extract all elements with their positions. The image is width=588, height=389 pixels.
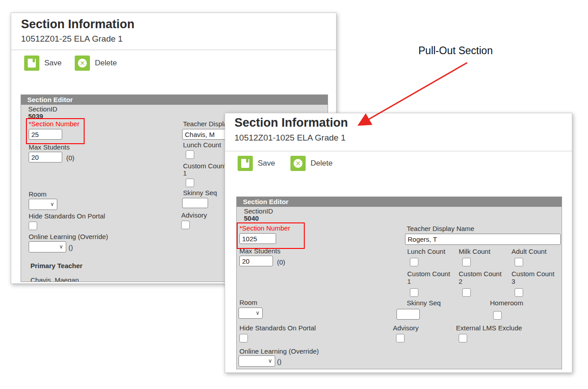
lunch-count-checkbox[interactable] (186, 150, 194, 159)
max-students-input[interactable] (239, 256, 273, 266)
homeroom-checkbox[interactable] (493, 311, 502, 320)
max-students-note: (0) (66, 154, 74, 162)
skinny-seq-input[interactable] (396, 309, 420, 320)
section-number-label: *Section Number (29, 120, 79, 128)
custom-count-2-number: 2 (459, 278, 462, 285)
chevron-down-icon: ∨ (50, 200, 54, 208)
section-editor-header: Section Editor (21, 95, 328, 105)
homeroom-label: Homeroom (490, 299, 523, 307)
floppy-disk-icon (28, 59, 36, 68)
primary-teacher-label: Primary Teacher (30, 262, 82, 269)
delete-button[interactable]: Delete (75, 56, 117, 71)
adult-count-checkbox[interactable] (515, 258, 523, 266)
chevron-down-icon: ∨ (268, 357, 272, 365)
primary-teacher-value: Chavis, Maegan (30, 277, 79, 282)
custom-count-3-checkbox[interactable] (515, 288, 523, 297)
online-learning-label: Online Learning (Override) (29, 233, 108, 240)
custom-count-2-label: Custom Count (459, 270, 502, 278)
window-front: Section Information 10512Z01-1025 ELA Gr… (225, 113, 572, 373)
custom-count-1-checkbox[interactable] (410, 288, 418, 297)
online-learning-label: Online Learning (Override) (239, 348, 319, 355)
hide-standards-checkbox[interactable] (29, 222, 37, 230)
delete-button[interactable]: Delete (290, 156, 332, 171)
pull-out-section-callout: Pull-Out Section (418, 45, 493, 57)
max-students-input[interactable] (29, 152, 62, 162)
custom-count-checkbox[interactable] (186, 179, 194, 187)
section-editor-front: Section Editor SectionID 5040 *Section N… (236, 197, 562, 369)
section-editor-header: Section Editor (237, 197, 562, 207)
page-subtitle: 10512Z01-1025 ELA Grade 1 (234, 133, 345, 143)
online-learning-select[interactable]: ∨ (239, 355, 275, 367)
max-students-note: (0) (277, 258, 285, 266)
online-learning-note: () (68, 244, 73, 251)
lunch-count-checkbox[interactable] (410, 258, 418, 266)
hide-standards-label: Hide Standards On Portal (29, 213, 105, 220)
skinny-seq-label: Skinny Seq (407, 299, 441, 307)
save-icon (238, 156, 253, 171)
delete-button-label: Delete (311, 159, 332, 168)
skinny-seq-label: Skinny Seq (183, 189, 217, 197)
custom-count-number: 1 (183, 170, 187, 177)
advisory-label: Advisory (393, 325, 419, 332)
advisory-label: Advisory (181, 212, 207, 219)
external-lms-label: External LMS Exclude (456, 325, 522, 332)
section-id-value: 5040 (244, 215, 259, 222)
custom-count-label: Custom Count (183, 162, 226, 170)
section-number-label: *Section Number (239, 225, 290, 232)
save-button[interactable]: Save (238, 156, 275, 171)
delete-button-label: Delete (95, 59, 117, 68)
delete-icon (75, 56, 90, 71)
section-id-label: SectionID (244, 208, 273, 215)
room-select[interactable]: ∨ (239, 308, 263, 319)
custom-count-3-number: 3 (511, 278, 515, 285)
red-arrow (354, 57, 471, 129)
section-number-input[interactable] (239, 233, 276, 244)
custom-count-1-label: Custom Count (407, 270, 450, 278)
skinny-seq-input[interactable] (182, 198, 208, 208)
lunch-count-label: Lunch Count (183, 141, 221, 149)
max-students-label: Max Students (29, 144, 70, 151)
page-subtitle: 10512Z01-25 ELA Grade 1 (21, 34, 123, 44)
adult-count-label: Adult Count (511, 248, 546, 255)
divider (225, 151, 572, 151)
floppy-disk-icon (241, 159, 249, 168)
advisory-checkbox[interactable] (396, 334, 405, 342)
advisory-checkbox[interactable] (181, 221, 190, 229)
online-learning-select[interactable]: ∨ (29, 241, 66, 252)
online-learning-note: () (277, 358, 281, 365)
save-icon (24, 56, 39, 71)
room-label: Room (239, 299, 257, 306)
milk-count-label: Milk Count (459, 248, 490, 255)
section-id-value: 5039 (28, 113, 43, 120)
save-button[interactable]: Save (24, 56, 62, 71)
circle-x-icon (294, 159, 303, 168)
section-number-input[interactable] (29, 129, 62, 140)
save-button-label: Save (44, 59, 62, 68)
delete-icon (290, 156, 306, 171)
room-label: Room (29, 191, 47, 198)
custom-count-1-number: 1 (407, 278, 411, 285)
chevron-down-icon: ∨ (256, 309, 260, 317)
room-select[interactable]: ∨ (29, 199, 57, 210)
chevron-down-icon: ∨ (59, 243, 63, 251)
divider (11, 50, 336, 50)
external-lms-checkbox[interactable] (459, 334, 467, 342)
max-students-label: Max Students (239, 248, 281, 255)
save-button-label: Save (258, 159, 275, 168)
hide-standards-checkbox[interactable] (239, 334, 248, 342)
lunch-count-label: Lunch Count (407, 248, 445, 255)
page: Section Information 10512Z01-25 ELA Grad… (0, 0, 588, 389)
milk-count-checkbox[interactable] (462, 258, 471, 266)
teacher-display-input[interactable] (405, 234, 561, 245)
hide-standards-label: Hide Standards On Portal (239, 325, 316, 332)
circle-x-icon (78, 59, 87, 68)
teacher-display-label: Teacher Display Name (407, 225, 474, 232)
section-id-label: SectionID (28, 106, 57, 113)
custom-count-3-label: Custom Count (511, 270, 554, 278)
custom-count-2-checkbox[interactable] (462, 288, 471, 297)
page-title: Section Information (21, 17, 135, 31)
page-title: Section Information (234, 116, 348, 130)
